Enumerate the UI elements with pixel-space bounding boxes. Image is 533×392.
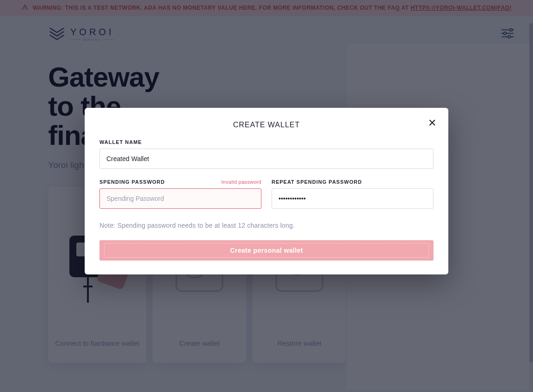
wallet-name-input[interactable] — [99, 149, 434, 169]
modal-overlay[interactable]: CREATE WALLET ✕ WALLET NAME SPENDING PAS… — [0, 0, 533, 392]
create-wallet-modal: CREATE WALLET ✕ WALLET NAME SPENDING PAS… — [85, 108, 448, 274]
repeat-password-field-group: REPEAT SPENDING PASSWORD — [272, 179, 434, 209]
spending-password-label: SPENDING PASSWORD — [99, 179, 165, 185]
password-note: Note: Spending password needs to be at l… — [99, 222, 434, 229]
create-personal-wallet-button[interactable]: Create personal wallet — [99, 240, 434, 261]
modal-title: CREATE WALLET — [99, 121, 434, 129]
wallet-name-label: WALLET NAME — [99, 139, 142, 145]
repeat-password-input[interactable] — [272, 188, 434, 209]
wallet-name-field-group: WALLET NAME — [99, 139, 434, 169]
close-icon[interactable]: ✕ — [428, 118, 436, 128]
spending-password-input[interactable] — [99, 188, 261, 209]
spending-password-error: Invalid password — [221, 179, 261, 185]
repeat-password-label: REPEAT SPENDING PASSWORD — [272, 179, 362, 185]
spending-password-field-group: SPENDING PASSWORD Invalid password — [99, 179, 261, 209]
